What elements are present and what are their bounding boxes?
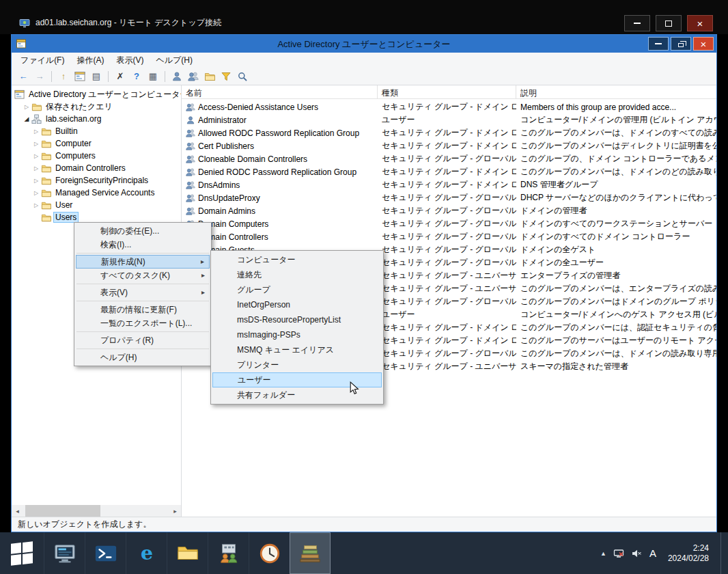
- tree-expander-icon[interactable]: ▷: [31, 178, 41, 184]
- tree-item-user[interactable]: ▷User: [12, 199, 181, 211]
- hidden-icons-chevron[interactable]: ▲: [600, 550, 606, 557]
- forward-icon[interactable]: →: [32, 70, 47, 83]
- table-row[interactable]: Allowed RODC Password Replication Groupセ…: [182, 126, 716, 139]
- taskbar-apps: e: [44, 532, 331, 574]
- table-row[interactable]: DnsAdminsセキュリティ グループ - ドメイン ローカルDNS 管理者グ…: [182, 178, 716, 191]
- tree-expander-icon[interactable]: ▷: [31, 190, 41, 196]
- server-manager-taskbar-button[interactable]: [44, 532, 85, 574]
- ad-tools-taskbar-button[interactable]: [208, 532, 249, 574]
- context-menu-item[interactable]: ヘルプ(H): [76, 351, 210, 364]
- column-header-0[interactable]: 名前: [182, 85, 378, 98]
- up-level-icon[interactable]: ↑: [56, 70, 71, 83]
- tree-expander-icon[interactable]: ◢: [22, 115, 31, 122]
- tree-item-builtin[interactable]: ▷Builtin: [12, 125, 181, 137]
- mmc-minimize-button[interactable]: [648, 37, 669, 51]
- tree-item-managed-service-accounts[interactable]: ▷Managed Service Accounts: [12, 187, 181, 199]
- toolbar-separator: [51, 71, 52, 82]
- rdp-titlebar[interactable]: ad01.lab.seichan.org - リモート デスクトップ接続 ×: [0, 0, 728, 34]
- context-menu-item[interactable]: 検索(I)...: [76, 238, 210, 251]
- table-row[interactable]: Access-Denied Assistance Usersセキュリティ グルー…: [182, 100, 716, 113]
- submenu-item[interactable]: msDS-ResourcePropertyList: [212, 312, 382, 327]
- submenu-item[interactable]: プリンター: [212, 357, 382, 372]
- context-menu-item[interactable]: 最新の情報に更新(F): [76, 303, 210, 316]
- table-row[interactable]: Domain Computersセキュリティ グループ - グローバルドメインの…: [182, 217, 716, 230]
- column-header-2[interactable]: 説明: [516, 85, 716, 98]
- table-row[interactable]: Domain Adminsセキュリティ グループ - グローバルドメインの管理者: [182, 204, 716, 217]
- file-explorer-taskbar-button[interactable]: [167, 532, 208, 574]
- table-row[interactable]: Domain Controllersセキュリティ グループ - グローバルドメイ…: [182, 230, 716, 243]
- mmc-close-button[interactable]: ×: [693, 37, 714, 51]
- tree-item-domain-controllers[interactable]: ▷Domain Controllers: [12, 162, 181, 174]
- mmc-window-controls: ×: [648, 37, 714, 51]
- create-user-icon[interactable]: [169, 70, 184, 83]
- back-icon[interactable]: ←: [16, 70, 31, 83]
- tree-item--[interactable]: ▷保存されたクエリ: [12, 100, 181, 113]
- tree-expander-icon[interactable]: ▷: [31, 202, 41, 208]
- create-ou-icon[interactable]: [202, 70, 217, 83]
- tree-expander-icon[interactable]: ▷: [31, 128, 41, 135]
- export-list-icon[interactable]: ▤: [89, 70, 104, 83]
- network-error-icon[interactable]: [613, 548, 624, 559]
- find-icon[interactable]: [235, 70, 250, 83]
- tree-item-lab-seichan-org[interactable]: ◢lab.seichan.org: [12, 113, 181, 125]
- help-icon[interactable]: ?: [129, 70, 144, 83]
- show-desktop-button[interactable]: [720, 532, 725, 574]
- context-menu-item[interactable]: 新規作成(N)▸: [76, 255, 210, 269]
- table-row[interactable]: DnsUpdateProxyセキュリティ グループ - グローバルDHCP サー…: [182, 191, 716, 204]
- scroll-right-icon[interactable]: ▸: [169, 505, 181, 517]
- tree-item-foreignsecurityprincipals[interactable]: ▷ForeignSecurityPrincipals: [12, 174, 181, 187]
- tree-expander-icon[interactable]: ▷: [31, 153, 41, 159]
- scrollbar-thumb[interactable]: [25, 505, 100, 517]
- table-row[interactable]: Cert Publishersセキュリティ グループ - ドメイン ローカルこの…: [182, 139, 716, 152]
- submenu-item[interactable]: InetOrgPerson: [212, 297, 382, 312]
- create-group-icon[interactable]: [186, 70, 201, 83]
- submenu-item[interactable]: グループ: [212, 282, 382, 297]
- context-menu-item[interactable]: 制御の委任(E)...: [76, 224, 210, 238]
- submenu-item[interactable]: コンピューター: [212, 252, 382, 267]
- rdp-close-button[interactable]: ×: [687, 15, 713, 31]
- tree-item-computers[interactable]: ▷Computers: [12, 150, 181, 162]
- tree-item-computer[interactable]: ▷Computer: [12, 137, 181, 150]
- rdp-minimize-button[interactable]: [624, 15, 650, 31]
- tree-expander-icon[interactable]: ▷: [31, 165, 41, 172]
- menu-view[interactable]: 表示(V): [110, 53, 150, 68]
- console-window-icon[interactable]: [72, 70, 87, 83]
- submenu-item[interactable]: MSMQ キュー エイリアス: [212, 342, 382, 357]
- clock-app-taskbar-button[interactable]: [249, 532, 290, 574]
- ime-indicator[interactable]: A: [649, 547, 656, 559]
- menu-file[interactable]: ファイル(F): [14, 53, 70, 68]
- tree-expander-icon[interactable]: ▷: [22, 104, 31, 110]
- cell-name: DnsUpdateProxy: [198, 193, 260, 203]
- table-row[interactable]: Cloneable Domain Controllersセキュリティ グループ …: [182, 152, 716, 165]
- table-row[interactable]: Administratorユーザーコンピューター/ドメインの管理用 (ビルトイン…: [182, 113, 716, 126]
- submenu-item[interactable]: msImaging-PSPs: [212, 327, 382, 342]
- context-menu-item[interactable]: すべてのタスク(K)▸: [76, 269, 210, 282]
- powershell-taskbar-button[interactable]: [85, 532, 126, 574]
- context-menu-item[interactable]: プロパティ(R): [76, 333, 210, 347]
- context-menu-item[interactable]: 表示(V)▸: [76, 286, 210, 299]
- tree-expander-icon[interactable]: ▷: [31, 141, 41, 147]
- volume-muted-icon[interactable]: [631, 548, 642, 559]
- tree-horizontal-scrollbar[interactable]: ◂ ▸: [12, 505, 181, 517]
- folder-icon: [41, 126, 51, 137]
- taskbar-clock[interactable]: 2:24 2024/02/28: [668, 543, 709, 564]
- mmc-titlebar[interactable]: Active Directory ユーザーとコンピューター ×: [12, 35, 716, 53]
- table-row[interactable]: Denied RODC Password Replication Groupセキ…: [182, 165, 716, 178]
- cell-name: Cloneable Domain Controllers: [198, 154, 307, 164]
- menu-action[interactable]: 操作(A): [70, 53, 110, 68]
- submenu-item[interactable]: 連絡先: [212, 267, 382, 282]
- menu-help[interactable]: ヘルプ(H): [150, 53, 199, 68]
- mmc-restore-button[interactable]: [671, 37, 691, 51]
- start-button[interactable]: [0, 532, 44, 574]
- filter-icon[interactable]: [219, 70, 234, 83]
- rdp-maximize-button[interactable]: [656, 15, 682, 31]
- table-icon[interactable]: ▦: [145, 70, 160, 83]
- edge-taskbar-button[interactable]: e: [126, 532, 167, 574]
- delete-icon[interactable]: ✗: [113, 70, 128, 83]
- tree-item-root[interactable]: Active Directory ユーザーとコンピューター: [12, 88, 181, 100]
- context-menu-item[interactable]: 一覧のエクスポート(L)...: [76, 316, 210, 330]
- column-header-1[interactable]: 種類: [378, 85, 516, 98]
- context-menu: 制御の委任(E)...検索(I)...新規作成(N)▸すべてのタスク(K)▸表示…: [74, 222, 212, 366]
- scroll-left-icon[interactable]: ◂: [12, 505, 23, 517]
- mmc-console-taskbar-button[interactable]: [290, 532, 331, 574]
